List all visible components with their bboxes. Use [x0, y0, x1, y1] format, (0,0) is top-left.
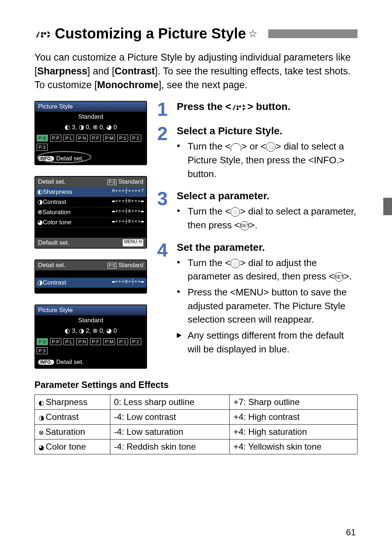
page-number: 61 — [346, 527, 356, 537]
step-list-item: Press the <MENU> button to save the adju… — [177, 286, 358, 327]
table-row: ◑Contrast-4: Low contrast+4: High contra… — [35, 410, 358, 425]
table-row: ◐Sharpness0: Less sharp outline+7: Sharp… — [35, 395, 358, 410]
menu-chip: MENU ⟲ — [123, 239, 143, 246]
instruction-column: 1Press the <> button.2Select a Picture S… — [157, 101, 358, 372]
svg-rect-5 — [239, 106, 241, 107]
style-chip: P:S — [37, 338, 48, 345]
step-number: 3 — [157, 190, 172, 234]
table-title: Parameter Settings and Effects — [34, 380, 358, 390]
param-icon: ◕ — [38, 444, 44, 451]
page-title-row: Customizing a Picture Style ☆ — [34, 25, 358, 42]
lcd2-param-row: ◕Color tone▬+++┼0+++▬ — [35, 217, 146, 228]
lcd2-param-row: ⊗Saturation▬+++┼0+++▬ — [35, 207, 146, 217]
lcd3-contrast-row: ◑Contrast ▬+++0+┼++▬ — [35, 278, 146, 288]
lcd4-subtitle: Standard — [35, 315, 146, 326]
lcd2-header: Detail set. P:S P:S StandardStandard — [35, 177, 146, 187]
lcd-screenshot-1: Picture Style Standard ◐ 3, ◑ 0, ⊗ 0, ◕ … — [34, 101, 147, 165]
lcd4-footer-text: Detail set. — [56, 359, 84, 366]
star-icon: ☆ — [248, 28, 257, 40]
style-chip: P:3 — [37, 144, 48, 151]
picture-style-icon — [34, 27, 51, 40]
step-list-item: Turn the <◌> dial to adjust the paramete… — [177, 256, 358, 283]
lcd2-param-rows: ◐Sharpness0+++┼++++7◑Contrast▬+++┼0+++▬⊗… — [35, 187, 146, 228]
step: 4Set the parameter.Turn the <◌> dial to … — [157, 242, 358, 359]
svg-rect-4 — [237, 108, 238, 110]
step: 3Select a parameter.Turn the <◌> dial to… — [157, 190, 358, 234]
lcd1-footer: INFO. Detail set. — [35, 153, 146, 164]
step-list-item: Turn the <> or <◌> dial to select a Pict… — [177, 140, 358, 181]
step: 2Select a Picture Style.Turn the <> or <… — [157, 125, 358, 183]
style-chip: P:L — [64, 338, 74, 345]
step-number: 2 — [157, 125, 172, 183]
svg-rect-1 — [41, 35, 43, 37]
set-button-icon: SET — [240, 221, 249, 230]
lcd1-title: Picture Style — [35, 102, 146, 112]
page-tab-marker — [383, 198, 392, 215]
style-chip: P:N — [76, 135, 88, 142]
style-chip: P:2 — [130, 135, 141, 142]
param-icon: ◑ — [38, 414, 44, 421]
style-chip: P:F — [90, 338, 101, 345]
info-pill: INFO. — [38, 156, 54, 161]
main-dial-icon — [230, 143, 241, 151]
step-title: Set the parameter. — [177, 242, 358, 253]
style-chip: P:F — [90, 135, 101, 142]
lcd2-param-row: ◑Contrast▬+++┼0+++▬ — [35, 197, 146, 207]
style-chip: P:M — [103, 338, 115, 345]
table-row: ⊗Saturation-4: Low saturation+4: High sa… — [35, 425, 358, 439]
step-number: 1 — [157, 101, 172, 118]
picture-style-button-icon — [232, 103, 246, 112]
lcd4-footer: INFO. Detail set. — [35, 356, 146, 368]
style-chip: P:M — [103, 135, 115, 142]
style-chip: P:P — [50, 338, 61, 345]
step-number: 4 — [157, 242, 172, 359]
lcd3-header: Detail set. P:S Standard — [35, 260, 146, 270]
style-chip: P:1 — [117, 338, 128, 345]
style-chip: P:1 — [117, 135, 128, 142]
lcd2-default-row: Default set. MENU ⟲ — [35, 238, 146, 248]
style-chip: P:S — [37, 135, 48, 142]
step-list: Turn the <> or <◌> dial to select a Pict… — [177, 140, 358, 181]
lcd4-readout: ◐ 3, ◑ 2, ⊗ 0, ◕ 0 — [35, 326, 146, 336]
style-chip: P:P — [50, 135, 61, 142]
lcd4-title: Picture Style — [35, 305, 146, 315]
lcd4-chip-row: P:SP:PP:LP:NP:FP:MP:1P:2P:3 — [35, 336, 146, 356]
intro-paragraph: You can customize a Picture Style by adj… — [34, 51, 358, 92]
quick-dial-icon: ◌ — [230, 207, 240, 217]
title-decoration-bar — [268, 29, 358, 38]
step: 1Press the <> button. — [157, 101, 358, 118]
page-title: Customizing a Picture Style — [55, 25, 246, 42]
step-list: Turn the <◌> dial to select a parameter,… — [177, 205, 358, 232]
svg-rect-2 — [44, 32, 46, 34]
info-pill-4: INFO. — [38, 360, 54, 365]
lcd2-param-row: ◐Sharpness0+++┼++++7 — [35, 187, 146, 197]
style-chip: P:2 — [130, 338, 141, 345]
lcd1-readout: ◐ 3, ◑ 0, ⊗ 0, ◕ 0 — [35, 122, 146, 132]
svg-rect-3 — [237, 106, 238, 107]
step-title: Press the <> button. — [177, 101, 358, 113]
param-icon: ◐ — [38, 399, 44, 406]
lcd-screenshot-2: Detail set. P:S P:S StandardStandard ◐Sh… — [34, 176, 147, 249]
step-title: Select a parameter. — [177, 190, 358, 202]
lcd1-subtitle: Standard — [35, 112, 146, 122]
lcd-screenshot-4: Picture Style Standard ◐ 3, ◑ 2, ⊗ 0, ◕ … — [34, 304, 147, 369]
table-row: ◕Color tone-4: Reddish skin tone+4: Yell… — [35, 439, 358, 454]
step-title: Select a Picture Style. — [177, 125, 358, 137]
step-list-item: Turn the <◌> dial to select a parameter,… — [177, 205, 358, 232]
lcd-screenshot-3: Detail set. P:S Standard ◑Contrast ▬+++0… — [34, 259, 147, 294]
quick-dial-icon: ◌ — [230, 259, 240, 268]
set-button-icon: SET — [334, 272, 344, 282]
style-chip: P:N — [76, 338, 88, 345]
parameter-table: ◐Sharpness0: Less sharp outline+7: Sharp… — [34, 394, 358, 454]
style-chip: P:3 — [37, 347, 48, 354]
lcd1-footer-text: Detail set. — [56, 155, 84, 162]
quick-dial-icon: ◌ — [266, 142, 275, 152]
style-chip: P:L — [64, 135, 74, 142]
svg-rect-0 — [41, 32, 43, 34]
lcd1-chip-row: P:SP:PP:LP:NP:FP:MP:1P:2P:3 — [35, 132, 146, 153]
step-list-item: Any settings different from the default … — [177, 329, 358, 356]
param-icon: ⊗ — [38, 429, 44, 436]
step-list: Turn the <◌> dial to adjust the paramete… — [177, 256, 358, 356]
